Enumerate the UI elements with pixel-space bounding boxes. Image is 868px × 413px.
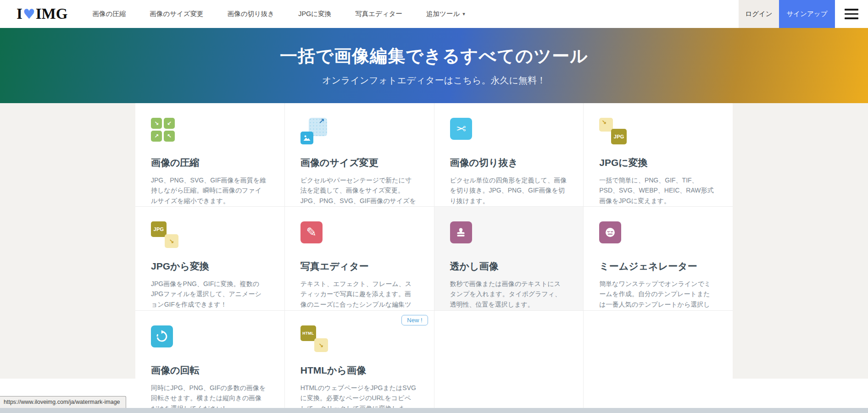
tool-icon-wrap: ↘↙↗↖ (151, 118, 268, 145)
resize-image-icon: ↗ (300, 118, 330, 144)
tool-description: JPG、PNG、SVG、GIF画像を画質を維持しながら圧縮。瞬時に画像のファイル… (151, 175, 268, 206)
tool-icon-wrap (151, 325, 268, 353)
tool-icon-wrap (450, 221, 567, 249)
tool-title: 写真エディター (300, 260, 417, 273)
main-content: ↘↙↗↖画像の圧縮JPG、PNG、SVG、GIF画像を画質を維持しながら圧縮。瞬… (0, 103, 868, 379)
stamp-icon (450, 221, 472, 243)
tool-title: 画像のサイズ変更 (300, 156, 417, 169)
nav-item-label: 画像の圧縮 (92, 10, 126, 18)
tool-icon-wrap: ↘JPG (599, 118, 716, 145)
nav-item-3[interactable]: 画像の切り抜き (216, 0, 287, 28)
tool-title: ミームジェネレーター (599, 260, 716, 273)
tool-icon-wrap: JPG↘ (151, 221, 268, 249)
browser-status-url: https://www.iloveimg.com/ja/watermark-im… (0, 396, 126, 408)
from-jpg-icon: JPG↘ (151, 221, 178, 248)
tool-card-compress-image[interactable]: ↘↙↗↖画像の圧縮JPG、PNG、SVG、GIF画像を画質を維持しながら圧縮。瞬… (135, 103, 284, 206)
tool-title: HTMLから画像 (300, 364, 417, 377)
tool-title: 画像の切り抜き (450, 156, 567, 169)
tool-card-convert-to-jpg[interactable]: ↘JPGJPGに変換一括で簡単に、PNG、GIF、TIF、PSD、SVG、WEB… (584, 103, 733, 206)
tool-card-crop-image[interactable]: ✂画像の切り抜きピクセル単位の四角形を定義して、画像を切り抜き。JPG、PNG、… (434, 103, 584, 206)
nav-item-2[interactable]: 画像のサイズ変更 (138, 0, 215, 28)
tool-title: 画像の圧縮 (151, 156, 268, 169)
page-subtitle: オンラインフォトエディターはこちら。永久に無料！ (0, 74, 868, 87)
nav-item-label: 追加ツール (426, 10, 460, 18)
rotate-icon (151, 325, 173, 347)
nav-item-label: JPGに変換 (298, 10, 331, 18)
tool-card-meme-generator[interactable]: ミームジェネレーター簡単なワンステップでオンラインでミームを作成。自分のテンプレ… (584, 207, 733, 310)
empty-cell (584, 311, 733, 413)
login-button[interactable]: ログイン (739, 0, 779, 28)
tool-title: 画像の回転 (151, 364, 268, 377)
tool-title: JPGに変換 (599, 156, 716, 169)
logo-text-i: I (17, 6, 22, 22)
tool-description: ピクセル単位の四角形を定義して、画像を切り抜き。JPG、PNG、GIF画像を切り… (450, 175, 567, 206)
tool-icon-wrap (599, 221, 716, 249)
nav-item-label: 画像のサイズ変更 (150, 10, 203, 18)
tool-card-convert-from-jpg[interactable]: JPG↘JPGから変換JPG画像をPNG、GIFに変換。複数のJPGファイルを選… (135, 207, 284, 310)
tool-card-watermark-image[interactable]: 透かし画像数秒で画像または画像のテキストにスタンプを入れます。タイポグラフィ、透… (434, 207, 584, 310)
chevron-down-icon: ▾ (462, 11, 465, 17)
tool-title: JPGから変換 (151, 260, 268, 273)
logo-text-img: IMG (36, 6, 68, 22)
tool-card-rotate-image[interactable]: 画像の回転同時にJPG、PNG、GIFの多数の画像を回転させます。横または縦向き… (135, 311, 284, 413)
heart-icon: ♥ (23, 6, 35, 22)
nav-item-4[interactable]: JPGに変換 (286, 0, 343, 28)
scissors-icon: ✂ (450, 118, 472, 140)
html-to-image-icon: HTML↘ (300, 325, 328, 352)
tool-description: 数秒で画像または画像のテキストにスタンプを入れます。タイポグラフィ、透明性、位置… (450, 279, 567, 309)
main-nav: 画像の圧縮画像のサイズ変更画像の切り抜きJPGに変換写真エディター追加ツール▾ (80, 0, 477, 28)
tools-grid: ↘↙↗↖画像の圧縮JPG、PNG、SVG、GIF画像を画質を維持しながら圧縮。瞬… (135, 103, 733, 413)
tool-title: 透かし画像 (450, 260, 567, 273)
page-title: 一括で画像編集できるすべてのツール (0, 44, 868, 68)
nav-item-label: 写真エディター (355, 10, 402, 18)
nav-item-1[interactable]: 画像の圧縮 (80, 0, 138, 28)
tool-card-photo-editor[interactable]: ✎写真エディターテキスト、エフェクト、フレーム、スティッカーで写真に趣を添えます… (285, 207, 434, 310)
site-header: I ♥ IMG 画像の圧縮画像のサイズ変更画像の切り抜きJPGに変換写真エディタ… (0, 0, 868, 28)
hamburger-menu-icon[interactable] (835, 0, 868, 28)
tool-card-resize-image[interactable]: ↗ 画像のサイズ変更ピクセルやパーセンテージで新たに寸法を定義して、画像をサイズ… (285, 103, 434, 206)
tool-icon-wrap: ↗ (300, 118, 417, 145)
nav-item-6[interactable]: 追加ツール▾ (414, 0, 477, 28)
new-badge: New ! (401, 315, 428, 325)
auth-buttons: ログイン サインアップ (739, 0, 868, 28)
to-jpg-icon: ↘JPG (599, 118, 627, 144)
nav-item-5[interactable]: 写真エディター (343, 0, 414, 28)
tool-description: 一括で簡単に、PNG、GIF、TIF、PSD、SVG、WEBP、HEIC、RAW… (599, 175, 716, 206)
pencil-icon: ✎ (300, 221, 323, 243)
footer-band (0, 408, 868, 413)
iloveimg-logo[interactable]: I ♥ IMG (17, 0, 67, 28)
compress-arrows-icon: ↘↙↗↖ (151, 118, 175, 142)
meme-face-icon (599, 221, 621, 243)
tool-icon-wrap: ✂ (450, 118, 567, 145)
nav-item-label: 画像の切り抜き (228, 10, 275, 18)
empty-cell (434, 311, 584, 413)
tool-icon-wrap: ✎ (300, 221, 417, 249)
tool-icon-wrap: HTML↘ (300, 325, 417, 353)
tool-card-html-to-image[interactable]: New ! HTML↘HTMLから画像HTMLのウェブページをJPGまたはSVG… (285, 311, 434, 413)
signup-button[interactable]: サインアップ (779, 0, 835, 28)
tool-description: JPG画像をPNG、GIFに変換。複数のJPGファイルを選択して、アニメーション… (151, 279, 268, 309)
